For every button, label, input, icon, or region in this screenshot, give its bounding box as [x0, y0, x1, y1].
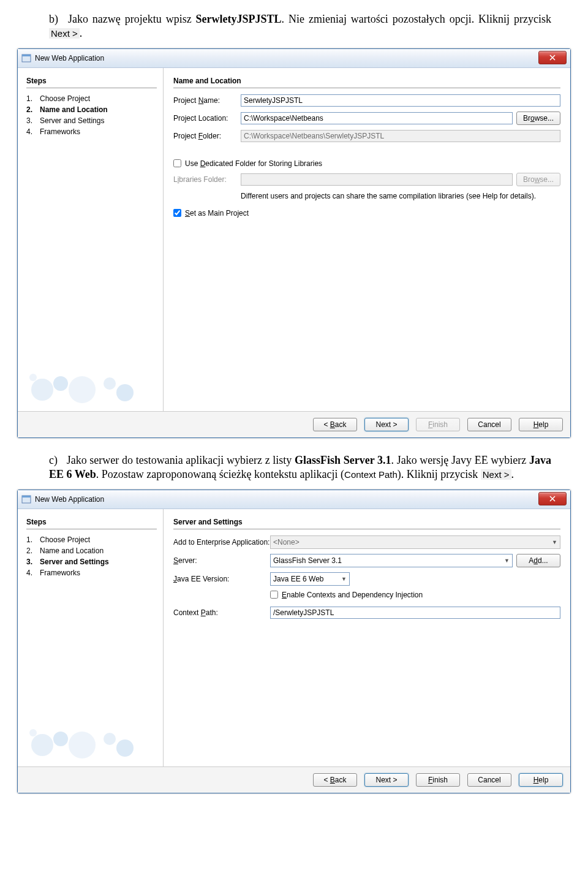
svg-point-2 — [31, 379, 53, 401]
step-item: 1.Choose Project — [26, 535, 157, 544]
step-item: 2.Name and Location — [26, 547, 157, 555]
libraries-note: Different users and projects can share t… — [241, 191, 560, 202]
step-item: 3.Server and Settings — [26, 116, 157, 125]
help-button[interactable]: Help — [519, 773, 563, 787]
dialog-name-and-location: New Web Application Steps 1.Choose Proje… — [17, 48, 571, 438]
chevron-down-icon: ▼ — [504, 558, 510, 564]
steps-heading: Steps — [26, 518, 157, 526]
decorative-bubbles — [24, 356, 146, 405]
instruction-b: b) Jako nazwę projektu wpisz SerwletyJSP… — [49, 12, 551, 41]
set-main-checkbox[interactable] — [173, 209, 181, 217]
panel-heading: Server and Settings — [173, 518, 560, 526]
close-button[interactable] — [538, 51, 567, 64]
app-icon — [21, 494, 31, 504]
dialog-server-and-settings: New Web Application Steps 1.Choose Proje… — [17, 490, 571, 793]
svg-point-14 — [116, 740, 134, 757]
finish-button: Finish — [416, 418, 460, 431]
svg-point-10 — [31, 734, 53, 756]
back-button[interactable]: < Back — [313, 418, 357, 431]
libraries-folder-input — [241, 173, 513, 186]
instruction-c: c) Jako serwer do testowania aplikacji w… — [49, 453, 551, 482]
svg-point-12 — [69, 732, 96, 758]
dedicated-folder-label: Use Dedicated Folder for Storing Librari… — [185, 159, 322, 168]
step-item: 1.Choose Project — [26, 94, 157, 103]
svg-point-7 — [29, 374, 37, 381]
step-item: 2.Name and Location — [26, 105, 157, 114]
project-folder-input — [241, 130, 560, 142]
context-path-label: Context Path: — [173, 608, 270, 617]
chevron-down-icon: ▼ — [552, 539, 557, 545]
steps-list: 1.Choose Project 2.Name and Location 3.S… — [26, 535, 157, 577]
dedicated-folder-checkbox[interactable] — [173, 159, 181, 167]
svg-rect-1 — [22, 55, 31, 56]
libraries-folder-label: Libraries Folder: — [173, 175, 241, 184]
server-label: Server: — [173, 556, 270, 565]
context-path-input[interactable] — [270, 607, 560, 619]
next-button[interactable]: Next > — [364, 418, 409, 431]
svg-point-5 — [104, 377, 116, 390]
steps-heading: Steps — [26, 77, 157, 85]
step-item: 4.Frameworks — [26, 569, 157, 577]
close-icon — [549, 55, 556, 61]
steps-panel: Steps 1.Choose Project 2.Name and Locati… — [18, 509, 164, 766]
help-button[interactable]: Help — [519, 418, 563, 431]
svg-point-15 — [29, 729, 37, 736]
titlebar[interactable]: New Web Application — [18, 49, 570, 68]
project-name-label: Project Name: — [173, 96, 241, 105]
button-bar: < Back Next > Finish Cancel Help — [18, 766, 570, 793]
project-name-input[interactable] — [241, 94, 560, 107]
add-enterprise-label: Add to Enterprise Application: — [173, 538, 270, 547]
step-item: 4.Frameworks — [26, 127, 157, 136]
svg-point-11 — [53, 732, 68, 746]
javaee-label: Java EE Version: — [173, 575, 270, 583]
browse-location-button[interactable]: Browse... — [516, 112, 560, 125]
enable-cdi-checkbox[interactable] — [270, 591, 278, 599]
steps-panel: Steps 1.Choose Project 2.Name and Locati… — [18, 68, 164, 411]
javaee-combo[interactable]: Java EE 6 Web ▼ — [270, 572, 350, 586]
app-icon — [21, 53, 31, 63]
close-button[interactable] — [538, 492, 567, 505]
project-folder-label: Project Folder: — [173, 132, 241, 140]
steps-list: 1.Choose Project 2.Name and Location 3.S… — [26, 94, 157, 136]
close-icon — [549, 496, 556, 502]
back-button[interactable]: < Back — [313, 773, 357, 787]
chevron-down-icon: ▼ — [341, 576, 347, 582]
project-location-label: Project Location: — [173, 114, 241, 123]
button-bar: < Back Next > Finish Cancel Help — [18, 411, 570, 437]
svg-point-6 — [116, 384, 134, 401]
panel-heading: Name and Location — [173, 77, 560, 85]
next-button[interactable]: Next > — [364, 773, 409, 787]
cancel-button[interactable]: Cancel — [467, 418, 511, 431]
browse-libraries-button: Browse... — [516, 173, 560, 186]
svg-point-4 — [69, 376, 96, 403]
window-title: New Web Application — [35, 495, 104, 504]
main-panel: Name and Location Project Name: Project … — [164, 68, 570, 411]
svg-point-13 — [104, 733, 116, 745]
decorative-bubbles — [24, 711, 146, 760]
set-main-label: Set as Main Project — [185, 209, 249, 218]
add-enterprise-combo[interactable]: <None> ▼ — [270, 535, 560, 549]
enable-cdi-label: Enable Contexts and Dependency Injection — [282, 591, 423, 599]
svg-rect-9 — [22, 496, 31, 497]
server-combo[interactable]: GlassFish Server 3.1 ▼ — [270, 554, 513, 567]
window-title: New Web Application — [35, 54, 104, 62]
project-location-input[interactable] — [241, 112, 513, 124]
finish-button[interactable]: Finish — [416, 773, 460, 787]
add-server-button[interactable]: Add... — [516, 554, 560, 567]
cancel-button[interactable]: Cancel — [467, 773, 511, 787]
main-panel: Server and Settings Add to Enterprise Ap… — [164, 509, 570, 766]
svg-point-3 — [53, 376, 68, 391]
step-item: 3.Server and Settings — [26, 558, 157, 566]
titlebar[interactable]: New Web Application — [18, 490, 570, 509]
